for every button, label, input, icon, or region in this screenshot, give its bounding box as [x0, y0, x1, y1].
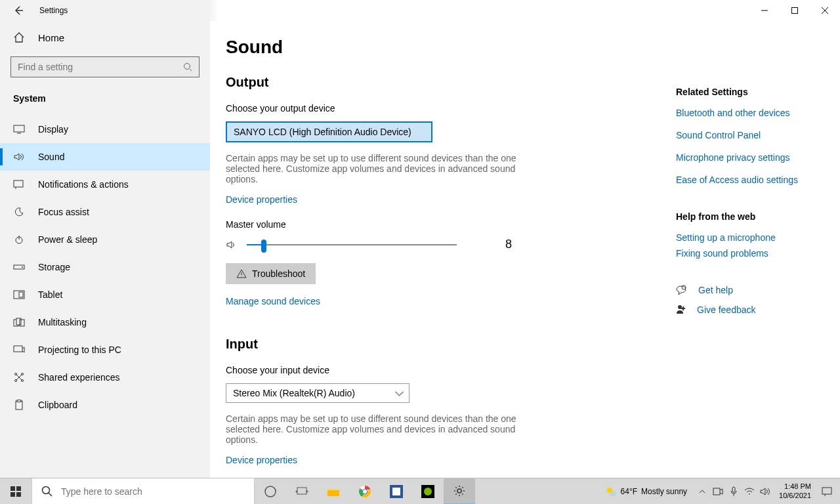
- maximize-button[interactable]: [780, 0, 810, 21]
- rail-link-sound-control-panel[interactable]: Sound Control Panel: [676, 130, 827, 140]
- task-view-icon[interactable]: [286, 478, 318, 505]
- sidebar-item-focus[interactable]: Focus assist: [0, 198, 210, 226]
- svg-rect-26: [16, 492, 21, 497]
- manage-sound-devices-link[interactable]: Manage sound devices: [226, 296, 320, 306]
- sidebar-item-storage[interactable]: Storage: [0, 253, 210, 281]
- get-help-link: Get help: [698, 285, 733, 295]
- rail-link-ease-of-access[interactable]: Ease of Access audio settings: [676, 175, 827, 185]
- sidebar-item-projecting[interactable]: Projecting to this PC: [0, 336, 210, 364]
- tray-microphone-icon[interactable]: [728, 486, 740, 497]
- input-device-value: Stereo Mix (Realtek(R) Audio): [233, 388, 355, 398]
- output-device-dropdown[interactable]: SANYO LCD (High Definition Audio Device): [226, 121, 432, 142]
- content-area: Sound Output Choose your output device S…: [210, 21, 840, 478]
- svg-rect-29: [297, 488, 306, 494]
- cortana-icon[interactable]: [255, 478, 286, 505]
- svg-rect-23: [10, 486, 15, 491]
- svg-rect-24: [16, 486, 21, 491]
- sidebar-item-label: Projecting to this PC: [38, 345, 121, 355]
- window-title: Settings: [39, 6, 68, 15]
- clock-time: 1:48 PM: [779, 482, 811, 491]
- input-choose-label: Choose your input device: [226, 365, 669, 375]
- svg-point-28: [265, 486, 276, 497]
- output-help-text: Certain apps may be set up to use differ…: [226, 153, 528, 184]
- svg-rect-22: [681, 308, 685, 309]
- tray-wifi-icon[interactable]: [744, 486, 755, 497]
- svg-rect-41: [732, 487, 735, 492]
- close-button[interactable]: [810, 0, 840, 21]
- volume-icon[interactable]: [226, 240, 238, 250]
- taskbar: 64°F Mostly sunny 1:48 PM 10/6/2021: [0, 478, 840, 504]
- svg-rect-30: [327, 490, 339, 496]
- troubleshoot-button[interactable]: Troubleshoot: [226, 263, 316, 284]
- sidebar-item-shared[interactable]: Shared experiences: [0, 364, 210, 391]
- volume-value: 8: [505, 238, 512, 251]
- tray-chevron-icon[interactable]: [696, 486, 708, 497]
- taskbar-clock[interactable]: 1:48 PM 10/6/2021: [775, 482, 815, 499]
- chrome-icon[interactable]: [349, 478, 381, 505]
- rail-link-microphone-privacy[interactable]: Microphone privacy settings: [676, 152, 827, 163]
- svg-rect-2: [14, 125, 24, 132]
- tray-volume-icon[interactable]: [759, 486, 771, 497]
- sidebar-item-label: Tablet: [38, 289, 62, 300]
- tablet-icon: [13, 289, 25, 301]
- back-icon[interactable]: [13, 5, 24, 16]
- page-title: Sound: [226, 37, 669, 58]
- start-button[interactable]: [0, 478, 32, 505]
- sidebar-item-tablet[interactable]: Tablet: [0, 281, 210, 308]
- svg-rect-12: [14, 346, 22, 352]
- svg-rect-40: [713, 488, 720, 495]
- svg-point-38: [457, 489, 461, 493]
- give-feedback-row[interactable]: Give feedback: [676, 304, 827, 315]
- taskbar-search[interactable]: [32, 478, 255, 505]
- section-label: System: [0, 93, 210, 116]
- sidebar-item-label: Storage: [38, 262, 70, 272]
- volume-slider[interactable]: [247, 244, 457, 245]
- svg-point-37: [424, 488, 432, 495]
- sidebar-item-sound[interactable]: Sound: [0, 143, 210, 171]
- weather-widget[interactable]: 64°F Mostly sunny: [600, 486, 693, 497]
- rail-link-setup-microphone[interactable]: Setting up a microphone: [676, 232, 827, 243]
- sidebar-item-notifications[interactable]: Notifications & actions: [0, 171, 210, 198]
- minimize-button[interactable]: [749, 0, 780, 21]
- svg-point-27: [43, 486, 50, 494]
- rail-link-bluetooth[interactable]: Bluetooth and other devices: [676, 108, 827, 118]
- tray-meet-now-icon[interactable]: [712, 486, 724, 497]
- input-device-dropdown[interactable]: Stereo Mix (Realtek(R) Audio): [226, 383, 410, 403]
- settings-icon[interactable]: [444, 478, 475, 505]
- sidebar-item-clipboard[interactable]: Clipboard: [0, 391, 210, 419]
- right-rail: Related Settings Bluetooth and other dev…: [676, 87, 827, 324]
- svg-rect-25: [10, 492, 15, 497]
- sidebar-item-label: Multitasking: [38, 317, 87, 327]
- clipboard-icon: [13, 399, 25, 411]
- rail-link-fixing-sound[interactable]: Fixing sound problems: [676, 248, 827, 259]
- feedback-icon: [676, 304, 686, 315]
- svg-point-33: [363, 490, 367, 494]
- troubleshoot-label: Troubleshoot: [252, 268, 305, 279]
- sidebar-item-multitasking[interactable]: Multitasking: [0, 308, 210, 336]
- svg-rect-0: [792, 8, 798, 14]
- svg-rect-8: [19, 292, 23, 297]
- svg-point-1: [184, 64, 190, 70]
- nvidia-icon[interactable]: [412, 478, 444, 505]
- home-nav[interactable]: Home: [0, 21, 210, 56]
- app-icon-1[interactable]: [381, 478, 412, 505]
- sidebar-item-power[interactable]: Power & sleep: [0, 226, 210, 253]
- multitasking-icon: [13, 316, 25, 328]
- svg-rect-35: [392, 488, 400, 495]
- output-device-properties-link[interactable]: Device properties: [226, 194, 297, 205]
- clock-date: 10/6/2021: [779, 492, 811, 500]
- input-device-properties-link[interactable]: Device properties: [226, 455, 297, 465]
- sidebar: Home System Display Sound Notifications: [0, 21, 210, 478]
- storage-icon: [13, 261, 25, 273]
- search-input[interactable]: [10, 56, 200, 77]
- input-help-text: Certain apps may be set up to use differ…: [226, 413, 528, 445]
- sound-icon: [13, 151, 25, 163]
- related-settings-heading: Related Settings: [676, 87, 827, 97]
- svg-rect-42: [822, 488, 831, 494]
- get-help-row[interactable]: Get help: [676, 285, 827, 295]
- sidebar-item-display[interactable]: Display: [0, 116, 210, 143]
- home-icon: [13, 32, 25, 43]
- sidebar-item-label: Clipboard: [38, 400, 77, 410]
- action-center-icon[interactable]: [819, 486, 835, 497]
- file-explorer-icon[interactable]: [318, 478, 349, 505]
